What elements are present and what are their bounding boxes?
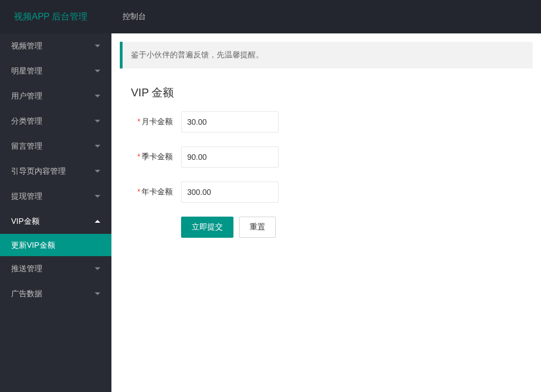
submit-button[interactable]: 立即提交 — [181, 217, 233, 238]
form-row-quarter: *季卡金额 — [131, 146, 533, 168]
label-month: *月卡金额 — [131, 117, 181, 127]
chevron-down-icon — [95, 170, 100, 173]
sidebar-item-label: 广告数据 — [11, 281, 42, 306]
form-legend: VIP 金额 — [131, 80, 174, 111]
sidebar-item-user[interactable]: 用户管理 — [0, 84, 111, 109]
label-quarter: *季卡金额 — [131, 152, 181, 162]
main-layout: 视频管理 明星管理 用户管理 分类管理 留言管理 引导页内容管理 提现管理 V — [0, 33, 541, 392]
required-mark: * — [138, 117, 140, 126]
chevron-down-icon — [95, 292, 100, 295]
notice-banner: 鉴于小伙伴的普遍反馈，先温馨提醒。 — [120, 42, 533, 68]
required-mark: * — [138, 187, 140, 196]
app-logo: 视频APP 后台管理 — [0, 11, 111, 23]
chevron-down-icon — [95, 70, 100, 72]
top-header: 视频APP 后台管理 控制台 — [0, 0, 541, 33]
nav-console[interactable]: 控制台 — [111, 0, 157, 33]
header-nav: 控制台 — [111, 0, 157, 33]
vip-form-fieldset: VIP 金额 *月卡金额 *季卡金额 *年卡金额 立即提 — [131, 80, 533, 238]
sidebar-item-vip-update[interactable]: 更新VIP金额 — [0, 234, 111, 256]
sidebar-item-label: 推送管理 — [11, 256, 42, 281]
sidebar-item-label: 更新VIP金额 — [11, 234, 55, 256]
sidebar-item-label: 留言管理 — [11, 134, 42, 159]
sidebar-item-label: 视频管理 — [11, 33, 42, 58]
chevron-down-icon — [95, 45, 100, 47]
sidebar-item-label: 用户管理 — [11, 84, 42, 109]
form-row-year: *年卡金额 — [131, 182, 533, 203]
sidebar-item-video[interactable]: 视频管理 — [0, 33, 111, 58]
sidebar-item-vip[interactable]: VIP金额 — [0, 209, 111, 234]
sidebar-item-label: 提现管理 — [11, 184, 42, 209]
sidebar-item-label: 分类管理 — [11, 109, 42, 134]
sidebar-item-withdraw[interactable]: 提现管理 — [0, 184, 111, 209]
required-mark: * — [138, 152, 140, 161]
input-year-amount[interactable] — [181, 182, 279, 203]
chevron-up-icon — [95, 220, 100, 223]
sidebar-item-star[interactable]: 明星管理 — [0, 58, 111, 84]
input-month-amount[interactable] — [181, 111, 279, 133]
sidebar-item-label: 引导页内容管理 — [11, 159, 66, 184]
reset-button[interactable]: 重置 — [239, 217, 276, 238]
sidebar-item-push[interactable]: 推送管理 — [0, 256, 111, 281]
chevron-down-icon — [95, 120, 100, 122]
label-text: 年卡金额 — [142, 187, 173, 196]
sidebar-submenu-vip: 更新VIP金额 — [0, 234, 111, 256]
sidebar-item-ads[interactable]: 广告数据 — [0, 281, 111, 306]
main-content: 鉴于小伙伴的普遍反馈，先温馨提醒。 VIP 金额 *月卡金额 *季卡金额 *年卡… — [111, 33, 541, 392]
form-row-month: *月卡金额 — [131, 111, 533, 133]
chevron-down-icon — [95, 145, 100, 148]
label-year: *年卡金额 — [131, 187, 181, 197]
input-quarter-amount[interactable] — [181, 146, 279, 168]
sidebar-item-comment[interactable]: 留言管理 — [0, 134, 111, 159]
chevron-down-icon — [95, 267, 100, 270]
sidebar: 视频管理 明星管理 用户管理 分类管理 留言管理 引导页内容管理 提现管理 V — [0, 33, 111, 392]
label-text: 季卡金额 — [142, 152, 173, 161]
sidebar-item-guide[interactable]: 引导页内容管理 — [0, 159, 111, 184]
sidebar-item-label: 明星管理 — [11, 58, 42, 84]
form-actions: 立即提交 重置 — [181, 217, 533, 238]
sidebar-item-category[interactable]: 分类管理 — [0, 109, 111, 134]
label-text: 月卡金额 — [142, 117, 173, 126]
chevron-down-icon — [95, 195, 100, 198]
sidebar-item-label: VIP金额 — [11, 209, 40, 234]
chevron-down-icon — [95, 95, 100, 97]
